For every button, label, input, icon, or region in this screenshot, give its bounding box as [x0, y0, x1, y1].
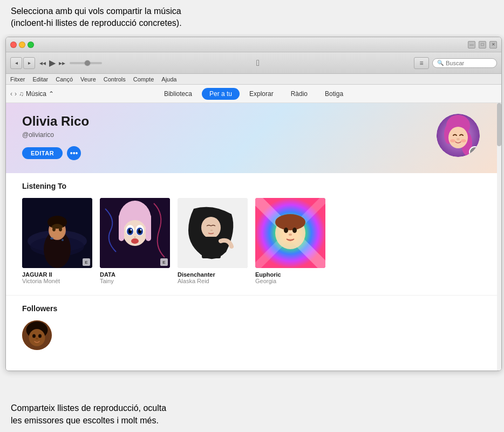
album-name: JAGUAR II	[22, 271, 92, 278]
svg-point-46	[38, 334, 42, 338]
svg-point-18	[62, 239, 64, 241]
album-cover-euphoric	[255, 198, 325, 268]
instruction-top: Selecciona amb qui vols compartir la mús…	[0, 0, 504, 34]
svg-point-44	[29, 329, 45, 346]
profile-section: Olivia Rico @oliviarico EDITAR •••	[6, 103, 501, 173]
forward-icon: ▸	[28, 60, 31, 66]
svg-rect-22	[119, 214, 124, 241]
breadcrumb-dropdown[interactable]: ⌃	[49, 90, 54, 98]
svg-point-34	[201, 217, 221, 238]
profile-avatar: 🔒	[437, 114, 480, 157]
menu-fitxer[interactable]: Fitxer	[10, 76, 25, 83]
list-view-button[interactable]: ≡	[414, 57, 429, 69]
toolbar: ◂ ▸ ◂◂ ▶ ▸▸  ≡ 🔍	[6, 52, 501, 74]
restore-icon[interactable]: □	[479, 41, 486, 49]
lock-icon: 🔒	[472, 149, 478, 155]
music-note-icon: ♫	[19, 90, 24, 98]
svg-point-30	[131, 229, 132, 231]
follower-avatar[interactable]	[22, 320, 52, 350]
explicit-badge: E	[83, 258, 90, 266]
list-item[interactable]: E DATA Tainy	[100, 198, 170, 284]
list-icon: ≡	[419, 59, 423, 67]
nav-tabs-bar: ‹ › ♫ Música ⌃ Biblioteca Per a tu Explo…	[6, 85, 501, 103]
close-button[interactable]	[10, 42, 17, 48]
menu-ajuda[interactable]: Ajuda	[161, 76, 176, 83]
edit-profile-button[interactable]: EDITAR	[22, 147, 63, 159]
title-bar-right: — □ ✕	[468, 41, 497, 49]
listening-section: Listening To	[6, 173, 501, 296]
scrollbar-thumb[interactable]	[497, 103, 501, 146]
svg-point-4	[448, 127, 468, 148]
section-forward-button[interactable]: ›	[15, 90, 17, 98]
instruction-bottom: Comparteix llistes de reproducció, ocult…	[0, 398, 504, 432]
menu-canco[interactable]: Cançó	[56, 76, 73, 83]
svg-rect-23	[146, 214, 151, 241]
svg-point-32	[131, 238, 139, 244]
back-button[interactable]: ◂	[10, 57, 22, 69]
svg-point-6	[450, 139, 455, 142]
search-input[interactable]	[446, 60, 494, 66]
album-artist: Georgia	[255, 278, 325, 284]
album-artist: Tainy	[100, 278, 170, 284]
tab-botiga[interactable]: Botiga	[317, 88, 351, 100]
search-area: ≡ 🔍	[414, 57, 497, 69]
forward-button[interactable]: ▸	[23, 57, 35, 69]
playback-controls: ◂◂ ▶ ▸▸	[39, 58, 65, 68]
list-item[interactable]: Euphoric Georgia	[255, 198, 325, 284]
tab-per-a-tu[interactable]: Per a tu	[202, 88, 240, 100]
album-cover-disenchanter	[178, 198, 248, 268]
album-artist: Alaska Reid	[178, 278, 248, 284]
minimize-button[interactable]	[19, 42, 25, 48]
rewind-button[interactable]: ◂◂	[39, 59, 46, 67]
search-icon: 🔍	[437, 60, 444, 66]
menu-editar[interactable]: Editar	[33, 76, 49, 83]
play-button[interactable]: ▶	[49, 58, 56, 68]
minimize-icon[interactable]: —	[468, 41, 475, 49]
explicit-badge: E	[160, 258, 168, 266]
album-cover-jaguar: E	[22, 198, 92, 268]
follower-avatars	[22, 320, 485, 350]
menu-compte[interactable]: Compte	[133, 76, 154, 83]
nav-tabs: Biblioteca Per a tu Explorar Ràdio Botig…	[156, 88, 351, 100]
apple-logo-icon: 	[256, 58, 260, 68]
tab-radio[interactable]: Ràdio	[283, 88, 315, 100]
menu-veure[interactable]: Veure	[80, 76, 96, 83]
section-back-button[interactable]: ‹	[10, 90, 12, 98]
svg-point-40	[292, 228, 297, 233]
more-options-button[interactable]: •••	[67, 146, 81, 160]
profile-buttons: EDITAR •••	[22, 146, 485, 160]
close-icon[interactable]: ✕	[489, 41, 497, 49]
album-name: Euphoric	[255, 271, 325, 278]
fastforward-button[interactable]: ▸▸	[59, 59, 65, 67]
svg-point-41	[289, 234, 292, 236]
album-artist: Victoria Monét	[22, 278, 92, 284]
window-controls	[10, 42, 34, 48]
title-bar: — □ ✕	[6, 37, 501, 52]
svg-point-38	[275, 214, 305, 230]
maximize-button[interactable]	[28, 42, 34, 48]
svg-point-47	[36, 338, 38, 340]
tab-biblioteca[interactable]: Biblioteca	[156, 88, 200, 100]
avatar-memoji: 🔒	[437, 114, 480, 157]
svg-point-39	[284, 228, 288, 233]
volume-slider[interactable]	[70, 62, 102, 64]
profile-name: Olivia Rico	[22, 114, 485, 129]
svg-point-45	[32, 334, 36, 338]
album-name: Disenchanter	[178, 271, 248, 278]
breadcrumb-area: ‹ › ♫ Música ⌃	[10, 90, 54, 98]
album-cover-data: E	[100, 198, 170, 268]
list-item[interactable]: Disenchanter Alaska Reid	[178, 198, 248, 284]
toolbar-center: 	[106, 58, 410, 68]
search-box[interactable]: 🔍	[432, 58, 497, 68]
privacy-lock-badge: 🔒	[469, 146, 480, 157]
breadcrumb-text: Música	[26, 90, 46, 98]
albums-grid: E JAGUAR II Victoria Monét	[22, 198, 485, 284]
svg-point-7	[461, 139, 466, 142]
scrollbar-track	[497, 103, 501, 371]
list-item[interactable]: E JAGUAR II Victoria Monét	[22, 198, 92, 284]
menu-bar: Fitxer Editar Cançó Veure Controls Compt…	[6, 74, 501, 85]
followers-section: Followers	[6, 296, 501, 361]
followers-section-title: Followers	[22, 304, 485, 313]
menu-controls[interactable]: Controls	[104, 76, 126, 83]
tab-explorar[interactable]: Explorar	[242, 88, 281, 100]
